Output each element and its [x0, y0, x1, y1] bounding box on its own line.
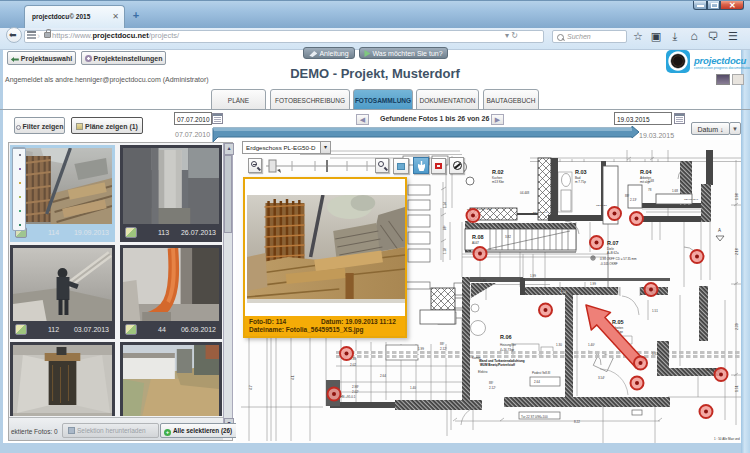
svg-text:1.99: 1.99 [418, 347, 424, 351]
svg-text:A+B 62a: A+B 62a [607, 251, 619, 255]
svg-text:WUM Beariç/Porteelstoff: WUM Beariç/Porteelstoff [480, 363, 515, 367]
svg-text:1.18: 1.18 [443, 248, 447, 254]
svg-text:R.02: R.02 [492, 169, 504, 175]
svg-text:88°: 88° [562, 289, 567, 293]
svg-text:GB 100 EXT.: GB 100 EXT. [684, 198, 699, 201]
svg-text:1.40: 1.40 [480, 279, 486, 283]
svg-text:1.51: 1.51 [652, 352, 658, 356]
svg-text:1.68: 1.68 [672, 189, 678, 193]
svg-text:2.02°: 2.02° [352, 390, 360, 394]
svg-text:2.02: 2.02 [350, 363, 356, 367]
svg-text:1.51: 1.51 [652, 309, 658, 313]
svg-text:R.04: R.04 [640, 169, 653, 175]
svg-text:Heizung/fler: Heizung/fler [500, 343, 516, 347]
svg-text:R.03: R.03 [575, 169, 587, 175]
svg-text:R.08: R.08 [472, 234, 484, 240]
svg-text:A047: A047 [472, 241, 479, 245]
svg-text:4+16.73qe: 4+16.73qe [500, 348, 515, 352]
svg-text:3.82: 3.82 [505, 235, 511, 239]
svg-text:1.68: 1.68 [648, 179, 654, 183]
svg-text:2.18: 2.18 [735, 248, 739, 255]
svg-text:88°: 88° [440, 342, 445, 346]
svg-text:R.07: R.07 [607, 240, 619, 246]
svg-text:78: 78 [648, 188, 652, 192]
svg-text:2.98°: 2.98° [352, 385, 360, 389]
svg-text:1.30: 1.30 [556, 343, 562, 347]
svg-text:2.12°: 2.12° [440, 347, 448, 351]
svg-text:04.448: 04.448 [520, 191, 530, 195]
svg-text:Podest 9x8.8l: Podest 9x8.8l [532, 371, 551, 375]
svg-text:8.22: 8.22 [574, 420, 580, 424]
svg-text:Elektro: Elektro [478, 370, 488, 374]
svg-text:2.64: 2.64 [380, 374, 386, 378]
svg-text:2.13°: 2.13° [630, 198, 638, 202]
svg-text:1.51: 1.51 [735, 385, 739, 392]
svg-text:2.39: 2.39 [735, 323, 739, 330]
svg-text:Tur 22 ST 0/96+100: Tur 22 ST 0/96+100 [521, 415, 548, 419]
svg-text:2.12°: 2.12° [489, 386, 497, 390]
svg-text:-0.105 OKRF: -0.105 OKRF [600, 262, 618, 266]
svg-text:4.7: 4.7 [249, 385, 253, 390]
svg-text:0.98 OKFF CD = 57.35 mm: 0.98 OKFF CD = 57.35 mm [600, 257, 637, 261]
svg-text:3.54°: 3.54° [598, 376, 606, 380]
svg-text:R.05: R.05 [612, 319, 624, 325]
svg-text:2.64: 2.64 [534, 380, 540, 384]
svg-text:m 7.75p: m 7.75p [575, 180, 586, 184]
svg-text:88°: 88° [489, 381, 494, 385]
svg-text:4.1: 4.1 [291, 375, 295, 380]
svg-text:R.09: R.09 [523, 442, 535, 443]
svg-text:1 : 50 Alle Mae und: 1 : 50 Alle Mae und [714, 437, 740, 441]
svg-text:GB 25/23: GB 25/23 [596, 204, 607, 207]
svg-text:1.40: 1.40 [410, 386, 416, 390]
svg-text:1.40°: 1.40° [588, 343, 596, 347]
svg-text:Kamin: Kamin [472, 356, 481, 360]
svg-text:1.98: 1.98 [735, 193, 739, 200]
svg-text:88°: 88° [443, 225, 447, 230]
svg-text:R.06: R.06 [500, 334, 512, 340]
svg-text:1.99: 1.99 [590, 282, 596, 286]
svg-text:A: A [718, 228, 721, 233]
svg-text:1.14: 1.14 [443, 202, 447, 208]
svg-text:DN 100 EXT.: DN 100 EXT. [533, 211, 548, 214]
svg-text:1.99: 1.99 [530, 274, 536, 278]
svg-text:m13 Kbe: m13 Kbe [492, 180, 504, 184]
